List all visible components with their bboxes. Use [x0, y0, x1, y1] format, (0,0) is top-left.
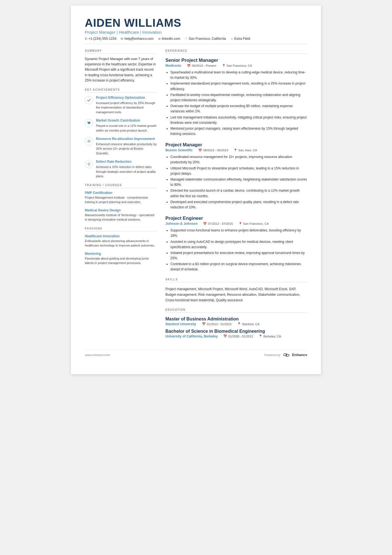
- job-location-2: 📍 San Jose, CA: [234, 149, 257, 152]
- training-title-2: Medical Device Design: [85, 208, 157, 212]
- achievement-content-1: Project Efficiency Optimization Increase…: [96, 95, 157, 114]
- achievement-desc-1: Increased project efficiency by 25% thro…: [96, 101, 157, 115]
- calendar-icon-3: 📅: [203, 222, 207, 226]
- job-location-3: 📍 San Francisco, CA: [239, 222, 269, 226]
- left-column: SUMMARY Dynamic Project Manager with ove…: [85, 49, 157, 341]
- job-meta-2: Boston Scientific 📅 08/2015 - 05/2019 📍 …: [165, 148, 307, 152]
- education-section-title: EDUCATION: [165, 308, 307, 313]
- achievements-section-title: KEY ACHIEVEMENTS: [85, 88, 157, 93]
- achievement-icon-star: [85, 137, 93, 145]
- location-icon: ♡: [185, 37, 187, 41]
- achievement-content-3: Resource Re-allocation Improvement Enhan…: [96, 137, 157, 156]
- job-dates-3: 📅 07/2012 - 07/2015: [203, 222, 233, 226]
- job-title-2: Project Manager: [165, 142, 307, 148]
- achievement-desc-3: Enhanced resource allocation productivit…: [96, 142, 157, 156]
- job-bullets-2: Coordinated resource management for 10+ …: [165, 154, 307, 210]
- main-layout: SUMMARY Dynamic Project Manager with ove…: [85, 49, 307, 341]
- bullet-3-4: Contributed to a $3 million project on s…: [170, 262, 307, 272]
- achievement-desc-2: Played a crucial role in a 12% market gr…: [96, 124, 157, 133]
- candidate-title: Project Manager | Healthcare | Innovatio…: [85, 30, 307, 34]
- link-icon: ⊘: [158, 37, 161, 41]
- job-bullets-3: Supported cross-functional teams to enha…: [165, 228, 307, 272]
- achievement-title-1: Project Efficiency Optimization: [96, 95, 157, 100]
- passion-desc-1: Enthusiastic about pioneering advancemen…: [85, 239, 157, 248]
- achievement-desc-4: Achieved a 10% reduction in defect rates…: [96, 165, 157, 179]
- edu-dates-2: 📅 01/2008 - 01/2012: [223, 334, 253, 338]
- resume-page: AIDEN WILLIAMS Project Manager | Healthc…: [71, 6, 321, 374]
- bullet-2-3: Managed stakeholder communication effect…: [170, 177, 307, 188]
- bullet-1-3: Facilitated bi-weekly cross-departmental…: [170, 92, 307, 103]
- job-company-2: Boston Scientific: [165, 148, 193, 152]
- training-desc-2: Massachusetts Institute of Technology - …: [85, 213, 157, 222]
- bullet-1-4: Oversaw the budget of multiple projects …: [170, 103, 307, 114]
- footer-brand: Powered by Enhancv: [264, 352, 307, 357]
- cal-icon-edu-1: 📅: [202, 322, 206, 326]
- svg-point-0: [88, 163, 90, 165]
- achievement-content-2: Market Growth Contribution Played a cruc…: [96, 118, 157, 133]
- achievement-title-2: Market Growth Contribution: [96, 118, 157, 123]
- bullet-2-5: Developed and executed comprehensive pro…: [170, 199, 307, 210]
- job-dates-2: 📅 08/2015 - 05/2019: [198, 149, 228, 152]
- passion-item-1: Healthcare Innovation Enthusiastic about…: [85, 234, 157, 248]
- bullet-3-1: Supported cross-functional teams to enha…: [170, 228, 307, 238]
- svg-point-1: [286, 354, 287, 356]
- bullet-1-5: Led risk management initiatives successf…: [170, 115, 307, 125]
- phone-icon: ✆: [85, 37, 87, 41]
- experience-section-title: EXPERIENCE: [165, 49, 307, 54]
- star-icon: ☆: [230, 37, 233, 41]
- edu-location-1: 📍 Stanford, CA: [237, 322, 259, 326]
- footer: www.enhancv.com Powered by Enhancv: [85, 349, 307, 357]
- passion-title-2: Mentoring: [85, 252, 157, 256]
- email-icon: ✉: [121, 37, 123, 41]
- job-dates-1: 📅 06/2019 - Present: [187, 64, 216, 68]
- contact-bar: ✆ +1-(234)-555-1234 ✉ help@enhancv.com ⊘…: [85, 37, 307, 44]
- achievement-icon-check: [85, 96, 93, 104]
- job-bullets-1: Spearheaded a multinational team to deve…: [165, 70, 307, 137]
- job-title-1: Senior Project Manager: [165, 58, 307, 63]
- header: AIDEN WILLIAMS Project Manager | Healthc…: [85, 17, 307, 44]
- contact-phone: ✆ +1-(234)-555-1234: [85, 37, 116, 41]
- powered-by-text: Powered by: [264, 353, 281, 357]
- summary-section-title: SUMMARY: [85, 49, 157, 54]
- bullet-2-1: Coordinated resource management for 10+ …: [170, 154, 307, 165]
- pin-icon-2: 📍: [234, 149, 237, 152]
- pin-icon-edu-1: 📍: [237, 322, 241, 326]
- job-meta-3: Johnson & Johnson 📅 07/2012 - 07/2015 📍 …: [165, 222, 307, 226]
- education-item-2: Bachelor of Science in Biomedical Engine…: [165, 329, 307, 338]
- calendar-icon-2: 📅: [198, 149, 202, 152]
- contact-linkedin: ⊘ linkedin.com: [158, 37, 180, 41]
- edu-degree-2: Bachelor of Science in Biomedical Engine…: [165, 329, 307, 334]
- achievement-item-2: Market Growth Contribution Played a cruc…: [85, 118, 157, 133]
- skills-section-title: SKILLS: [165, 278, 307, 282]
- contact-location: ♡ San Francisco, California: [185, 37, 226, 41]
- job-title-3: Project Engineer: [165, 216, 307, 221]
- edu-meta-1: Stanford University 📅 01/2013 - 01/2015 …: [165, 322, 307, 326]
- edu-meta-2: University of California, Berkeley 📅 01/…: [165, 334, 307, 338]
- edu-location-2: 📍 Berkeley, CA: [259, 334, 281, 338]
- passion-desc-2: Passionate about guiding and developing …: [85, 256, 157, 265]
- achievement-title-3: Resource Re-allocation Improvement: [96, 137, 157, 141]
- cal-icon-edu-2: 📅: [223, 334, 227, 338]
- candidate-name: AIDEN WILLIAMS: [85, 17, 307, 29]
- training-item-1: PMP Certification Project Management Ins…: [85, 191, 157, 204]
- achievement-icon-bulb: [85, 160, 93, 168]
- job-meta-1: Medtronic 📅 06/2019 - Present 📍 San Fran…: [165, 64, 307, 68]
- pin-icon-edu-2: 📍: [259, 334, 262, 338]
- pin-icon-3: 📍: [239, 222, 242, 226]
- job-engineer: Project Engineer Johnson & Johnson 📅 07/…: [165, 216, 307, 272]
- bullet-1-6: Mentored junior project managers, raisin…: [170, 126, 307, 137]
- bullet-3-2: Assisted in using AutoCAD to design prot…: [170, 239, 307, 250]
- footer-url: www.enhancv.com: [85, 353, 110, 357]
- training-desc-1: Project Management Institute - comprehen…: [85, 195, 157, 204]
- edu-degree-1: Master of Business Administration: [165, 317, 307, 322]
- bullet-2-4: Directed the successful launch of a card…: [170, 188, 307, 199]
- training-title-1: PMP Certification: [85, 191, 157, 195]
- passions-section-title: PASSIONS: [85, 227, 157, 231]
- achievement-item-1: Project Efficiency Optimization Increase…: [85, 95, 157, 114]
- skills-text: Project management, Microsoft Project, M…: [165, 286, 307, 303]
- passion-item-2: Mentoring Passionate about guiding and d…: [85, 252, 157, 265]
- job-location-1: 📍 San Francisco, CA: [222, 64, 252, 68]
- achievement-item-4: Defect Rate Reduction Achieved a 10% red…: [85, 159, 157, 178]
- passion-title-1: Healthcare Innovation: [85, 234, 157, 238]
- edu-school-1: Stanford University: [165, 322, 196, 326]
